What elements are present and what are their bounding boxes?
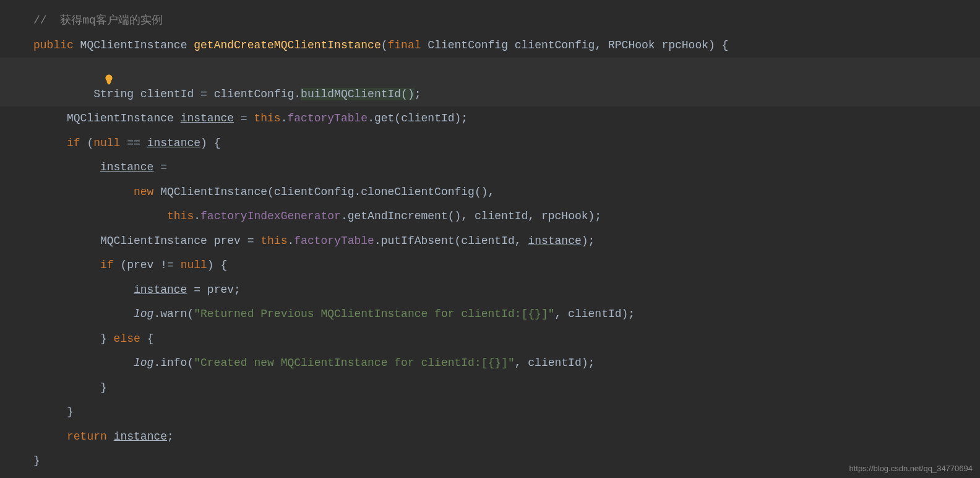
keyword-null: null <box>181 259 207 271</box>
field-name: factoryTable <box>288 112 368 124</box>
code-text: } <box>67 406 74 418</box>
code-text: ; <box>167 430 174 443</box>
code-text: .putIfAbsent(clientId, <box>374 235 528 247</box>
code-text: = <box>153 161 167 173</box>
code-text: .info( <box>153 357 194 369</box>
code-text: ) { <box>207 259 227 271</box>
code-text: MQClientInstance(clientConfig.cloneClien… <box>153 186 494 198</box>
var-instance: instance <box>528 235 581 247</box>
code-line-highlighted[interactable]: String clientId = clientConfig.buildMQCl… <box>0 58 980 106</box>
keyword-this: this <box>254 112 280 124</box>
code-line[interactable]: MQClientInstance prev = this.factoryTabl… <box>0 229 980 254</box>
code-text: } <box>100 332 114 345</box>
log-var: log <box>134 357 153 369</box>
string-literal: "Created new MQClientInstance for client… <box>194 357 514 369</box>
code-text: ( <box>80 137 94 149</box>
method-name: getAndCreateMQClientInstance <box>194 39 380 51</box>
string-literal: "Returned Previous MQClientInstance for … <box>194 308 554 320</box>
code-text: .get(clientId); <box>368 112 468 124</box>
code-line[interactable]: log.info("Created new MQClientInstance f… <box>0 351 980 376</box>
code-line[interactable]: instance = prev; <box>0 278 980 303</box>
code-line[interactable]: if (null == instance) { <box>0 131 980 156</box>
code-text: , clientId); <box>555 308 635 320</box>
code-text: ; <box>415 88 421 100</box>
keyword-if: if <box>100 259 114 271</box>
code-line[interactable]: public MQClientInstance getAndCreateMQCl… <box>0 33 980 58</box>
code-line[interactable]: log.warn("Returned Previous MQClientInst… <box>0 302 980 327</box>
code-text: .getAndIncrement(), clientId, rpcHook); <box>341 210 601 222</box>
code-text: , clientId); <box>515 357 595 369</box>
code-text: } <box>33 454 40 467</box>
code-line[interactable]: } <box>0 376 980 401</box>
keyword-new: new <box>134 186 153 198</box>
type-name: MQClientInstance <box>74 39 194 51</box>
keyword-if: if <box>67 137 80 149</box>
code-text: MQClientInstance <box>67 112 181 124</box>
keyword-else: else <box>114 332 140 345</box>
code-line[interactable]: // 获得mq客户端的实例 <box>0 9 980 33</box>
code-text: ); <box>582 235 595 247</box>
var-instance: instance <box>114 430 167 443</box>
field-name: factoryTable <box>294 235 374 247</box>
log-var: log <box>134 308 153 320</box>
paren: ( <box>381 39 388 51</box>
dot: . <box>281 112 288 124</box>
code-text <box>107 430 114 443</box>
var-instance: instance <box>100 161 153 173</box>
code-line[interactable]: new MQClientInstance(clientConfig.cloneC… <box>0 180 980 205</box>
code-line[interactable]: } <box>0 449 980 474</box>
params: ClientConfig clientConfig, RPCHook rpcHo… <box>421 39 729 51</box>
code-text: } <box>100 381 107 394</box>
code-line[interactable]: if (prev != null) { <box>0 253 980 278</box>
code-text: = prev; <box>187 284 240 296</box>
code-text: (prev != <box>114 259 181 271</box>
code-text: String clientId = clientConfig. <box>93 88 301 100</box>
method-call-highlight: buildMQClientId() <box>301 88 415 100</box>
code-text: = <box>234 112 254 124</box>
code-editor[interactable]: // 获得mq客户端的实例 public MQClientInstance ge… <box>0 0 980 474</box>
code-text: MQClientInstance prev = <box>100 235 260 247</box>
var-instance: instance <box>134 284 187 296</box>
dot: . <box>287 235 294 247</box>
watermark-text: https://blog.csdn.net/qq_34770694 <box>849 464 973 473</box>
var-instance: instance <box>181 112 234 124</box>
code-line[interactable]: } <box>0 400 980 425</box>
keyword-final: final <box>388 39 421 51</box>
code-line[interactable]: this.factoryIndexGenerator.getAndIncreme… <box>0 204 980 229</box>
dot: . <box>194 210 200 222</box>
code-text: .warn( <box>153 308 194 320</box>
keyword-null: null <box>93 137 120 149</box>
code-line[interactable]: instance = <box>0 155 980 180</box>
code-line[interactable]: MQClientInstance instance = this.factory… <box>0 106 980 131</box>
var-instance: instance <box>147 137 200 149</box>
code-line[interactable]: } else { <box>0 327 980 352</box>
keyword-this: this <box>167 210 194 222</box>
keyword-return: return <box>67 430 107 443</box>
code-text: { <box>140 332 154 345</box>
code-text: == <box>120 137 147 149</box>
keyword-this: this <box>260 235 287 247</box>
field-name: factoryIndexGenerator <box>200 210 341 222</box>
code-line[interactable]: return instance; <box>0 425 980 450</box>
code-text: ) { <box>200 137 220 149</box>
